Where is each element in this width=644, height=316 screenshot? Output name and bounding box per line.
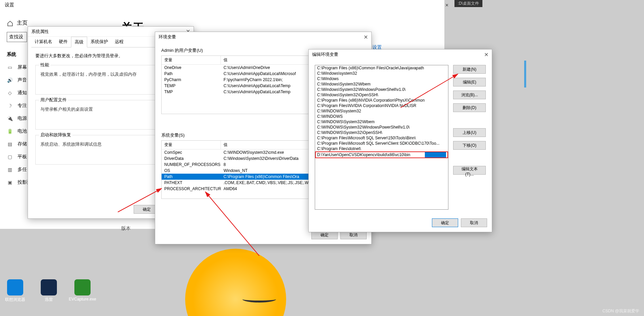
path-entry[interactable]: C:\Program Files\Microsoft SQL Server\Cl… [315,141,448,146]
settings-item-icon: ▭ [7,65,13,70]
window-title: 编辑环境变量 [312,51,338,58]
label: 迅雷 [45,297,53,303]
path-entry[interactable]: C:\Windows\System32\OpenSSH\ [315,92,448,98]
path-entry[interactable]: C:\Windows\System32\Wbem [315,81,448,87]
explorer-tab[interactable]: :D\桌面文件 [454,0,482,7]
home-icon [7,20,13,26]
titlebar: 编辑环境变量 ✕ [309,49,492,60]
home-label: 主页 [17,20,28,27]
settings-item-icon: ▣ [7,180,13,185]
edit-text-button[interactable]: 编辑文本(T)... [453,166,486,175]
path-entry[interactable]: C:\Program Files (x86)\NVIDIA Corporatio… [315,98,448,103]
var-name: OS [162,168,221,174]
tab[interactable]: 系统保护 [87,37,111,47]
delete-button[interactable]: 删除(D) [453,103,486,112]
selection-highlight [425,152,446,157]
tab[interactable]: 硬件 [56,37,71,47]
path-entry[interactable]: C:\WINDOWS [315,114,448,119]
settings-item-label: 电源 [18,115,27,121]
var-name: TMP [162,89,221,95]
label: 联想浏览器 [5,297,25,303]
path-entry[interactable]: C:\WINDOWS\System32\OpenSSH\ [315,130,448,135]
settings-item-icon: ◇ [7,90,13,96]
settings-item-icon: ▥ [7,167,13,172]
new-button[interactable]: 新建(N) [453,65,486,74]
path-entry[interactable]: C:\Program Files\Microsoft SQL Server\15… [315,135,448,141]
path-entry[interactable]: C:\Program Files (x86)\Common Files\Orac… [315,65,448,71]
var-name: TEMP [162,83,221,89]
path-entry[interactable]: C:\WINDOWS\System32\Wbem [315,119,448,125]
close-icon[interactable]: ✕ [364,34,368,40]
edit-env-variable-window: 编辑环境变量 ✕ C:\Program Files (x86)\Common F… [308,49,492,232]
path-entry[interactable]: C:\Windows\System32\WindowsPowerShell\v1… [315,87,448,92]
group-title: 用户配置文件 [39,97,68,103]
side-accent [524,61,526,87]
settings-version-label: 版本 [121,225,131,232]
desktop-icon-evcapture[interactable]: EVCapture.exe [71,279,94,303]
settings-item-label: 专注 [18,103,27,109]
settings-item-label: 电池 [18,128,27,134]
settings-item-icon: ▤ [7,141,13,147]
settings-search-input[interactable] [7,32,27,42]
settings-title: 设置 [5,2,14,8]
var-name: PyCharm [162,77,221,83]
settings-item-label: 通知 [18,90,27,96]
tab[interactable]: 远程 [111,37,127,47]
settings-item-label: 屏幕 [18,64,27,70]
settings-item-label: 存储 [18,141,27,147]
window-title: 系统属性 [31,29,49,35]
settings-item-label: 平板 [18,154,27,160]
var-name: PROCESSOR_ARCHITECTURE [162,186,221,192]
var-name: NUMBER_OF_PROCESSORS [162,162,221,168]
settings-item-icon: 🔊 [7,77,13,83]
col-variable: 变量 [162,141,221,149]
var-name: Path [162,71,221,77]
titlebar: 环境变量 ✕ [155,32,371,42]
edit-button[interactable]: 编辑(E) [453,78,486,86]
settings-item-icon: 🔌 [7,116,13,121]
tab[interactable]: 计算机名 [31,37,56,47]
desktop-icon-browser[interactable]: 联想浏览器 [3,279,27,303]
group-title: 性能 [39,62,50,68]
var-name: PATHEXT [162,180,221,186]
path-input[interactable] [317,152,425,157]
wallpaper-decoration [242,296,276,303]
var-name: OneDrive [162,65,221,71]
tab[interactable]: 高级 [71,37,87,47]
watermark: CSDN @我菜就爱学 [602,308,639,314]
var-name: DriverData [162,155,221,162]
close-icon[interactable]: ✕ [445,3,449,8]
settings-item-icon: ▢ [7,154,13,160]
ok-button[interactable]: 确定 [432,218,458,227]
label: EVCapture.exe [69,297,96,302]
window-title: 环境变量 [159,34,176,40]
settings-item-icon: ☽ [7,103,13,108]
path-entry[interactable]: C:\Program Files\NVIDIA Corporation\NVID… [315,103,448,108]
move-up-button[interactable]: 上移(U) [453,128,486,137]
path-entry[interactable]: C:\WINDOWS\System32\WindowsPowerShell\v1… [315,125,448,130]
settings-item-icon: 🔋 [7,129,13,134]
path-entry[interactable]: C:\Windows\system32 [315,71,448,76]
browse-button[interactable]: 浏览(B)... [453,91,486,99]
col-variable: 变量 [162,56,221,64]
desktop-icon-xunlei[interactable]: 迅雷 [37,279,61,303]
cancel-button[interactable]: 取消 [461,218,487,227]
wallpaper-decoration [185,249,286,316]
path-entry[interactable]: C:\Windows [315,76,448,81]
path-entry-editing[interactable] [315,151,448,158]
var-name: ComSpec [162,149,221,155]
path-entry[interactable]: C:\Program Files\dotnet\ [315,146,448,151]
path-listbox[interactable]: C:\Program Files (x86)\Common Files\Orac… [315,65,448,210]
settings-item-label: 声音 [18,77,27,83]
var-name: Path [162,174,221,180]
close-icon[interactable]: ✕ [484,51,488,58]
group-title: 启动和故障恢复 [39,132,72,138]
desktop-icons: 联想浏览器 迅雷 EVCapture.exe [3,279,94,303]
settings-item-label: 多任 [18,167,27,173]
path-entry[interactable]: C:\WINDOWS\system32 [315,108,448,114]
move-down-button[interactable]: 下移(O) [453,141,486,150]
